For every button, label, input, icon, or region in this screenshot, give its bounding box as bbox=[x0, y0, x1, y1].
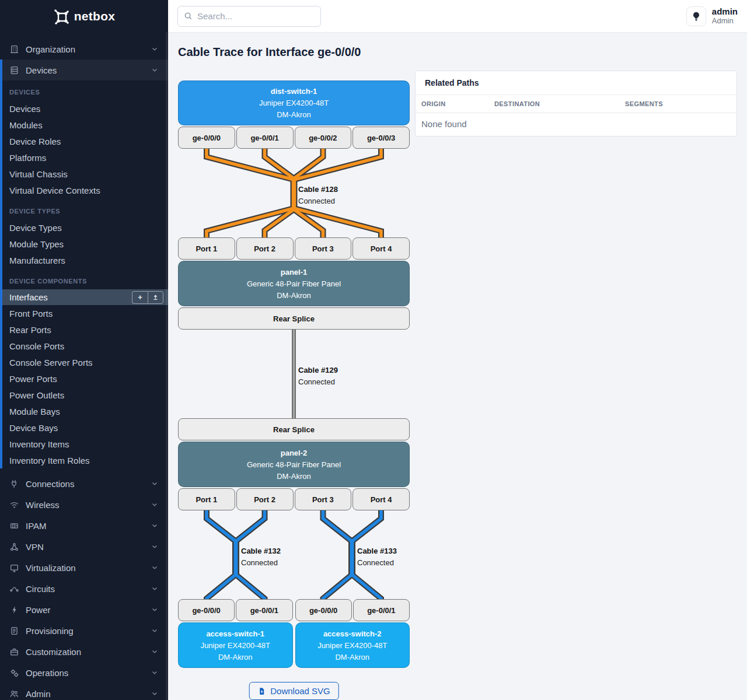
sidebar-group-virtualization[interactable]: Virtualization bbox=[0, 557, 168, 578]
front-port-box[interactable]: Port 2 bbox=[236, 488, 294, 510]
front-port-box[interactable]: Port 4 bbox=[352, 237, 410, 260]
front-port-box[interactable]: Port 3 bbox=[295, 237, 352, 260]
sidebar-group-label: Devices bbox=[26, 65, 57, 75]
sidebar-item-device-types[interactable]: Device Types bbox=[0, 219, 168, 236]
cable-128-label[interactable]: Cable #128 Connected bbox=[298, 184, 338, 207]
sidebar-group-wireless[interactable]: Wireless bbox=[0, 494, 168, 515]
search-box[interactable] bbox=[177, 6, 321, 27]
vpn-icon bbox=[9, 542, 19, 552]
sidebar-group-customization[interactable]: Customization bbox=[0, 641, 168, 662]
cable-id: Cable #128 bbox=[298, 184, 338, 195]
sidebar-item-front-ports[interactable]: Front Ports bbox=[0, 305, 168, 321]
column-segments: Segments bbox=[625, 100, 736, 107]
netbox-logo[interactable]: netbox bbox=[0, 0, 168, 33]
sidebar-group-power[interactable]: Power bbox=[0, 599, 168, 620]
chevron-down-icon bbox=[151, 606, 159, 614]
sidebar-item-module-types[interactable]: Module Types bbox=[0, 236, 168, 252]
user-menu[interactable]: admin Admin bbox=[686, 6, 738, 26]
device-node-panel-2[interactable]: panel-2 Generic 48-Pair Fiber Panel DM-A… bbox=[178, 442, 410, 487]
panel-2-front-ports-row: Port 1 Port 2 Port 3 Port 4 bbox=[178, 488, 410, 510]
sidebar-group-provisioning[interactable]: Provisioning bbox=[0, 620, 168, 641]
sidebar-group-vpn[interactable]: VPN bbox=[0, 536, 168, 557]
sidebar-item-power-outlets[interactable]: Power Outlets bbox=[0, 387, 168, 403]
front-port-box[interactable]: Port 3 bbox=[295, 488, 352, 510]
front-port-box[interactable]: Port 2 bbox=[236, 237, 294, 260]
interface-box[interactable]: ge-0/0/0 bbox=[178, 127, 235, 149]
cable-132-label[interactable]: Cable #132 Connected bbox=[241, 545, 281, 569]
sidebar-item-module-bays[interactable]: Module Bays bbox=[0, 403, 168, 419]
add-interface-button[interactable]: + bbox=[132, 291, 148, 304]
cable-129-label[interactable]: Cable #129 Connected bbox=[298, 365, 338, 388]
sidebar-item-virtual-chassis[interactable]: Virtual Chassis bbox=[0, 166, 168, 182]
front-port-box[interactable]: Port 1 bbox=[178, 237, 235, 260]
sidebar-group-label: Power bbox=[26, 605, 51, 615]
sidebar-group-circuits[interactable]: Circuits bbox=[0, 578, 168, 599]
interface-box[interactable]: ge-0/0/2 bbox=[295, 127, 352, 149]
cable-133-label[interactable]: Cable #133 Connected bbox=[357, 545, 397, 569]
interface-box[interactable]: ge-0/0/1 bbox=[353, 599, 410, 621]
sidebar-group-label: Connections bbox=[26, 479, 74, 489]
rear-port-box[interactable]: Rear Splice bbox=[178, 307, 410, 330]
sidebar-group-organization[interactable]: Organization bbox=[0, 38, 168, 60]
column-origin: Origin bbox=[416, 100, 494, 107]
sidebar-item-virtual-device-contexts[interactable]: Virtual Device Contexts bbox=[0, 182, 168, 198]
netbox-logo-icon bbox=[53, 8, 69, 24]
sidebar-item-manufacturers[interactable]: Manufacturers bbox=[0, 252, 168, 268]
sidebar-section-device-types: DEVICE TYPES bbox=[0, 206, 168, 216]
theme-toggle-button[interactable] bbox=[686, 6, 706, 26]
sidebar-group-label: IPAM bbox=[26, 521, 47, 531]
interface-box[interactable]: ge-0/0/0 bbox=[295, 599, 352, 621]
user-role: Admin bbox=[712, 16, 738, 26]
search-input[interactable] bbox=[197, 11, 315, 21]
front-port-box[interactable]: Port 1 bbox=[178, 488, 235, 510]
sidebar-item-inventory-items[interactable]: Inventory Items bbox=[0, 436, 168, 452]
device-node-panel-1[interactable]: panel-1 Generic 48-Pair Fiber Panel DM-A… bbox=[178, 261, 410, 306]
device-site: DM-Akron bbox=[218, 653, 253, 662]
chevron-down-icon bbox=[151, 542, 159, 551]
sidebar-item-interfaces[interactable]: Interfaces + bbox=[0, 289, 168, 305]
plus-icon: + bbox=[138, 293, 142, 302]
device-node-dist-switch-1[interactable]: dist-switch-1 Juniper EX4200-48T DM-Akro… bbox=[178, 80, 410, 125]
device-node-access-switch-1[interactable]: access-switch-1 Juniper EX4200-48T DM-Ak… bbox=[178, 622, 293, 668]
access-switches-row: access-switch-1 Juniper EX4200-48T DM-Ak… bbox=[178, 622, 410, 668]
device-site: DM-Akron bbox=[277, 291, 311, 300]
sidebar-item-console-ports[interactable]: Console Ports bbox=[0, 338, 168, 354]
sidebar-item-device-roles[interactable]: Device Roles bbox=[0, 133, 168, 149]
interface-box[interactable]: ge-0/0/1 bbox=[236, 599, 292, 621]
sidebar-item-inventory-item-roles[interactable]: Inventory Item Roles bbox=[0, 452, 168, 468]
user-info[interactable]: admin Admin bbox=[712, 6, 738, 26]
sidebar-scrollbar[interactable] bbox=[166, 32, 167, 700]
device-name: access-switch-1 bbox=[206, 629, 264, 638]
interface-box[interactable]: ge-0/0/3 bbox=[352, 127, 410, 149]
cable-status: Connected bbox=[298, 195, 338, 207]
interface-box[interactable]: ge-0/0/1 bbox=[236, 127, 294, 149]
chevron-down-icon bbox=[151, 690, 159, 698]
download-svg-button[interactable]: Download SVG bbox=[249, 682, 339, 700]
cable-id: Cable #132 bbox=[241, 545, 281, 557]
chevron-down-icon bbox=[151, 668, 159, 677]
sidebar-group-devices[interactable]: Devices bbox=[0, 60, 168, 80]
related-paths-empty: None found bbox=[416, 113, 736, 136]
front-port-box[interactable]: Port 4 bbox=[352, 488, 410, 510]
search-icon bbox=[184, 12, 193, 20]
sidebar-item-devices[interactable]: Devices bbox=[0, 100, 168, 117]
sidebar-item-console-server-ports[interactable]: Console Server Ports bbox=[0, 354, 168, 370]
sidebar-group-label: Organization bbox=[26, 44, 75, 54]
chevron-down-icon bbox=[151, 480, 159, 488]
device-site: DM-Akron bbox=[277, 472, 311, 481]
sidebar-section-device-components: DEVICE COMPONENTS bbox=[0, 276, 168, 286]
interface-box[interactable]: ge-0/0/0 bbox=[178, 599, 235, 621]
sidebar-group-operations[interactable]: Operations bbox=[0, 662, 168, 683]
sidebar-item-power-ports[interactable]: Power Ports bbox=[0, 370, 168, 387]
sidebar-item-platforms[interactable]: Platforms bbox=[0, 149, 168, 166]
sidebar-item-rear-ports[interactable]: Rear Ports bbox=[0, 321, 168, 338]
import-interfaces-button[interactable] bbox=[148, 291, 163, 304]
rear-port-box[interactable]: Rear Splice bbox=[178, 418, 410, 440]
top-bar: admin Admin bbox=[168, 0, 747, 33]
sidebar-group-ipam[interactable]: IPAM bbox=[0, 515, 168, 536]
sidebar-item-modules[interactable]: Modules bbox=[0, 117, 168, 133]
sidebar-group-connections[interactable]: Connections bbox=[0, 473, 168, 494]
sidebar-item-device-bays[interactable]: Device Bays bbox=[0, 419, 168, 436]
device-node-access-switch-2[interactable]: access-switch-2 Juniper EX4200-48T DM-Ak… bbox=[295, 622, 410, 668]
sidebar-group-admin[interactable]: Admin bbox=[0, 683, 168, 700]
